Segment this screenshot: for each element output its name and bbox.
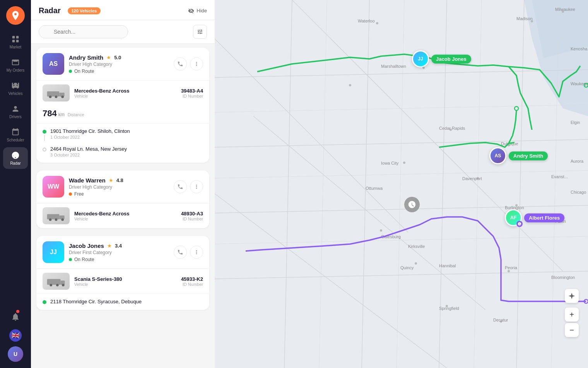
driver-category-andry: Driver High Category — [69, 62, 169, 67]
vehicle-id-andry: 39483-A4 — [181, 88, 203, 94]
vehicle-info-wade: Mercedes-Benz Across Vehicle — [74, 211, 130, 221]
svg-text:Springfield: Springfield — [439, 306, 459, 311]
driver-actions-jacob — [174, 246, 203, 259]
map-marker-albert[interactable]: AF Albert Flores — [505, 209, 564, 226]
stop-2-andry: 2464 Royal Ln. Mesa, New Jersey 3 Octobe… — [43, 146, 203, 157]
svg-text:Cedar Rapids: Cedar Rapids — [439, 126, 465, 131]
svg-point-12 — [49, 218, 52, 221]
sidebar-item-my-orders-label: My Orders — [7, 68, 25, 72]
stop-1-andry: 1901 Thornridge Cir. Shiloh, Clinton 1 O… — [43, 128, 203, 142]
stop-text-2: 2464 Royal Ln. Mesa, New Jersey 3 Octobe… — [50, 146, 203, 157]
call-button-andry[interactable] — [174, 57, 187, 71]
stop-text-1: 1901 Thornridge Cir. Shiloh, Clinton 1 O… — [50, 128, 203, 139]
call-button-jacob[interactable] — [174, 246, 187, 259]
vehicle-id-block-andry: 39483-A4 ID Number — [181, 88, 203, 98]
marker-label-andry: Andry Smith — [509, 151, 548, 160]
more-button-jacob[interactable] — [190, 246, 203, 259]
status-text-andry: On Route — [74, 69, 94, 74]
status-dot-wade — [69, 193, 72, 196]
driver-header-andry: AS Andry Smith ★ 5.0 Driver High Categor… — [36, 48, 209, 80]
driver-header-wade: WW Wade Warren ★ 4.8 Driver High Categor… — [36, 170, 209, 203]
hide-label: Hide — [197, 8, 207, 14]
vehicle-id-wade: 48930-A3 — [181, 211, 203, 217]
vehicle-id-label-wade: ID Number — [181, 217, 203, 221]
radar-panel: Radar 120 Vehicles Hide AS Andry Smith ★ — [31, 0, 215, 368]
vehicle-name-wade: Mercedes-Benz Across — [74, 211, 130, 217]
stop-addr-2: 2464 Royal Ln. Mesa, New Jersey — [50, 146, 203, 152]
stop-1-jacob: 2118 Thornridge Cir. Syracuse, Debuque — [43, 299, 203, 304]
search-input[interactable] — [39, 25, 128, 38]
svg-point-48 — [403, 162, 405, 164]
sidebar-item-drivers[interactable]: Drivers — [3, 101, 28, 122]
svg-text:Evanst...: Evanst... — [551, 174, 568, 179]
app-logo[interactable] — [6, 6, 25, 25]
rating-wade: 4.8 — [116, 177, 123, 183]
driver-name-andry: Andry Smith — [69, 54, 103, 61]
map-marker-andry[interactable]: AS Andry Smith — [489, 147, 548, 164]
sidebar-item-drivers-label: Drivers — [9, 115, 22, 119]
svg-point-51 — [380, 229, 382, 232]
language-flag[interactable]: 🇬🇧 — [9, 329, 22, 342]
marker-label-jacob: Jacob Jones — [431, 55, 471, 64]
sidebar-item-my-orders[interactable]: My Orders — [3, 54, 28, 76]
svg-rect-2 — [12, 40, 15, 42]
svg-rect-1 — [16, 36, 19, 38]
vehicle-id-block-jacob: 45933-K2 ID Number — [181, 276, 203, 287]
star-icon-jacob: ★ — [107, 243, 112, 249]
stop-dot-jacob-1 — [43, 300, 46, 304]
user-avatar[interactable]: U — [8, 346, 23, 362]
vehicle-type-wade: Vehicle — [74, 217, 130, 221]
status-text-wade: Free — [74, 191, 84, 197]
hide-button[interactable]: Hide — [188, 8, 207, 14]
vehicle-type-jacob: Vehicle — [74, 282, 122, 287]
vehicle-thumb-andry — [43, 84, 70, 101]
driver-actions-andry — [174, 57, 203, 71]
distance-unit-andry: km — [58, 112, 65, 117]
vehicle-thumb-wade — [43, 207, 70, 224]
zoom-out-button[interactable]: − — [565, 323, 579, 337]
stop-date-1: 1 October 2022 — [50, 135, 203, 139]
svg-text:Marshalltown: Marshalltown — [381, 64, 406, 69]
svg-text:Chicago: Chicago — [571, 190, 586, 194]
stop-addr-jacob-1: 2118 Thornridge Cir. Syracuse, Debuque — [50, 299, 203, 304]
more-button-andry[interactable] — [190, 57, 203, 71]
sidebar-item-radar[interactable]: Radar — [3, 147, 28, 169]
svg-text:Bloomington: Bloomington — [551, 275, 575, 280]
vehicle-id-label-jacob: ID Number — [181, 282, 203, 287]
driver-info-jacob: Jacob Jones ★ 3.4 Driver First Category … — [69, 242, 169, 262]
driver-status-andry: On Route — [69, 69, 169, 74]
svg-point-13 — [55, 218, 58, 221]
sidebar-item-vehicles[interactable]: Vehicles — [3, 77, 28, 99]
svg-text:Iowa City: Iowa City — [381, 161, 399, 165]
vehicle-row-andry: Mercedes-Benz Across Vehicle 39483-A4 ID… — [36, 80, 209, 105]
sidebar-item-market[interactable]: Market — [3, 31, 28, 53]
stop-text-jacob-1: 2118 Thornridge Cir. Syracuse, Debuque — [50, 299, 203, 304]
stop-dot-2 — [43, 148, 46, 151]
clock-icon-map — [404, 197, 420, 212]
sidebar-item-scheduler[interactable]: Scheduler — [3, 124, 28, 146]
vehicle-info-andry: Mercedes-Benz Across Vehicle — [74, 88, 130, 98]
svg-point-19 — [62, 284, 65, 287]
vehicle-id-block-wade: 48930-A3 ID Number — [181, 211, 203, 221]
distance-val-andry: 784 — [43, 108, 57, 119]
map-svg: Waterloo Madison Milwaukee Marshalltown … — [215, 0, 588, 368]
filter-button[interactable] — [193, 25, 207, 39]
status-dot-andry — [69, 70, 72, 73]
notification-bell[interactable] — [8, 309, 23, 325]
svg-text:Kenosha: Kenosha — [571, 46, 588, 51]
compass-button[interactable] — [565, 289, 579, 303]
stop-line-1 — [44, 135, 45, 141]
map-marker-jacob[interactable]: JJ Jacob Jones — [412, 50, 471, 67]
stop-addr-1: 1901 Thornridge Cir. Shiloh, Clinton — [50, 128, 203, 134]
svg-text:Ottumwa: Ottumwa — [366, 186, 383, 191]
zoom-in-button[interactable]: + — [565, 308, 579, 322]
svg-point-41 — [376, 22, 378, 24]
search-bar — [31, 20, 215, 44]
call-button-wade[interactable] — [174, 180, 187, 193]
svg-rect-3 — [16, 40, 19, 42]
more-button-wade[interactable] — [190, 180, 203, 193]
svg-rect-15 — [47, 279, 61, 285]
svg-point-17 — [50, 284, 52, 287]
sidebar: Market My Orders Vehicles Drivers Schedu… — [0, 0, 31, 368]
map-area: Waterloo Madison Milwaukee Marshalltown … — [215, 0, 588, 368]
